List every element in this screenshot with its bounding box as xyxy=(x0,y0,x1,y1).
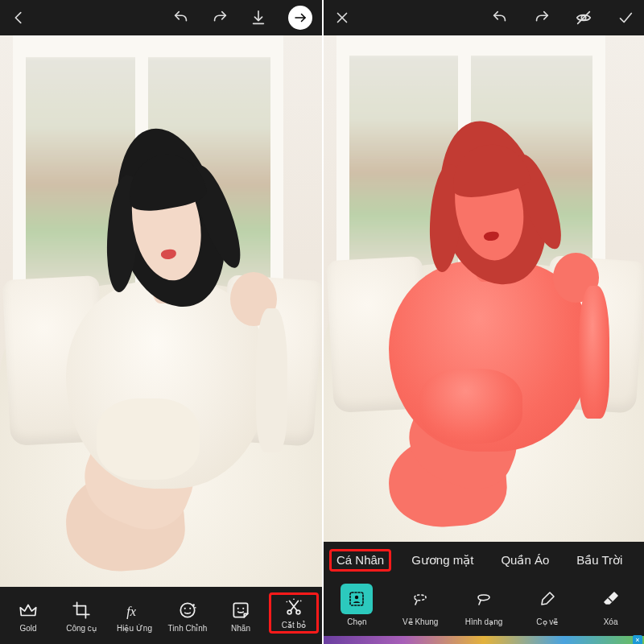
svg-point-5 xyxy=(192,604,195,606)
svg-point-12 xyxy=(286,601,287,603)
tool-label: Nhãn xyxy=(231,624,250,633)
download-icon[interactable] xyxy=(250,9,267,27)
back-icon[interactable] xyxy=(10,9,27,27)
ctool-vekhung[interactable]: Vẽ Khung xyxy=(394,584,446,626)
svg-point-4 xyxy=(189,608,191,609)
redo-icon[interactable] xyxy=(211,9,229,27)
chip-guongmat[interactable]: Gương mặt xyxy=(405,550,480,571)
tool-label: Công cụ xyxy=(66,624,97,633)
svg-point-11 xyxy=(300,601,302,602)
svg-point-8 xyxy=(242,608,244,609)
edited-photo-masked xyxy=(324,35,644,542)
ctool-chon[interactable]: Chọn xyxy=(331,584,382,626)
chip-quanao[interactable]: Quần Áo xyxy=(494,550,555,571)
close-icon[interactable] xyxy=(333,9,351,27)
tool-tinhchinh[interactable]: Tinh Chỉnh xyxy=(163,600,212,633)
tool-label: Cắt bỏ xyxy=(282,621,306,630)
tool-congcu[interactable]: Công cụ xyxy=(57,600,105,633)
select-person-icon xyxy=(341,584,373,614)
tool-label: Gold xyxy=(19,624,36,633)
svg-text:fx: fx xyxy=(126,605,137,619)
ad-close-icon[interactable]: × xyxy=(633,635,642,644)
next-button[interactable] xyxy=(288,6,312,30)
svg-line-17 xyxy=(578,12,590,24)
cutout-toolbar: Chọn Vẽ Khung Hình dạng Cọ vẽ Xóa xyxy=(324,579,644,636)
eraser-icon xyxy=(595,584,627,614)
svg-point-19 xyxy=(355,596,358,599)
tool-catbo[interactable]: Cắt bỏ xyxy=(270,593,318,633)
ad-banner[interactable]: × xyxy=(324,636,644,644)
ctool-xoa[interactable]: Xóa xyxy=(585,584,637,626)
svg-point-3 xyxy=(184,608,186,609)
svg-point-7 xyxy=(237,608,239,609)
edited-photo xyxy=(0,35,322,587)
topbar-main xyxy=(0,0,322,35)
ctool-hinhdang[interactable]: Hình dạng xyxy=(458,584,510,626)
image-canvas[interactable] xyxy=(0,35,322,587)
undo-icon[interactable] xyxy=(491,9,509,27)
ctool-label: Hình dạng xyxy=(465,617,503,626)
chip-canhan[interactable]: Cá Nhân xyxy=(330,550,390,571)
svg-point-6 xyxy=(195,607,196,609)
ctool-label: Vẽ Khung xyxy=(402,617,438,626)
svg-point-13 xyxy=(293,598,295,600)
tool-label: Hiệu Ứng xyxy=(117,624,152,633)
editor-screen-main: Gold Công cụ fx Hiệu Ứng Tinh Chỉnh Nhãn… xyxy=(0,0,322,644)
confirm-icon[interactable] xyxy=(617,9,634,27)
ctool-cove[interactable]: Cọ vẽ xyxy=(522,584,573,626)
svg-point-2 xyxy=(180,603,194,617)
lasso-dash-icon xyxy=(404,584,436,614)
selection-chips: Cá Nhân Gương mặt Quần Áo Bầu Trời xyxy=(324,542,644,579)
eraser-preview-icon[interactable] xyxy=(575,9,592,27)
tool-gold[interactable]: Gold xyxy=(4,600,52,633)
undo-icon[interactable] xyxy=(172,9,190,27)
editor-screen-cutout: Cá Nhân Gương mặt Quần Áo Bầu Trời Chọn … xyxy=(322,0,644,644)
tool-nhan[interactable]: Nhãn xyxy=(217,600,265,633)
chip-bautroi[interactable]: Bầu Trời xyxy=(570,550,629,571)
main-toolbar: Gold Công cụ fx Hiệu Ứng Tinh Chỉnh Nhãn… xyxy=(0,587,322,644)
ctool-label: Cọ vẽ xyxy=(536,617,558,626)
image-canvas-cutout[interactable] xyxy=(324,35,644,542)
tool-hieuung[interactable]: fx Hiệu Ứng xyxy=(110,600,159,633)
ctool-label: Chọn xyxy=(347,617,366,626)
lasso-solid-icon xyxy=(468,584,500,614)
tool-label: Tinh Chỉnh xyxy=(168,624,208,633)
brush-icon xyxy=(531,584,564,614)
redo-icon[interactable] xyxy=(533,9,551,27)
ctool-label: Xóa xyxy=(604,617,618,626)
topbar-cutout xyxy=(324,0,644,35)
